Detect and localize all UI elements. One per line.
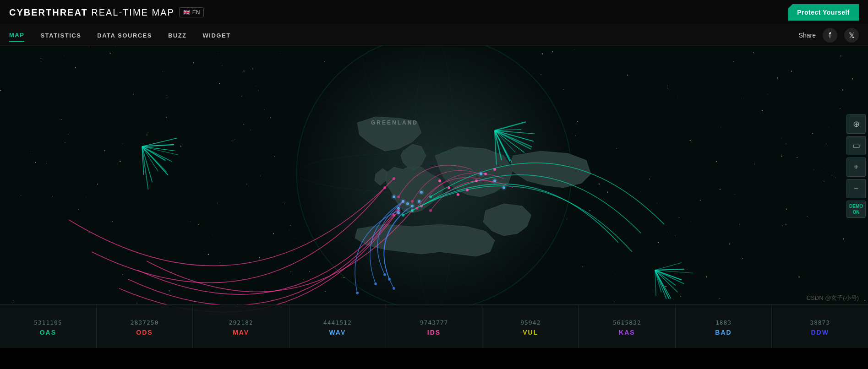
- share-label: Share: [799, 32, 816, 39]
- logo-cyber: CYBERTHREAT: [9, 7, 88, 17]
- ids-label: IDS: [427, 329, 441, 336]
- nav-statistics[interactable]: STATISTICS: [40, 30, 81, 41]
- twitter-button[interactable]: 𝕏: [844, 28, 859, 43]
- oas-number: 5311105: [34, 319, 62, 326]
- nav-buzz[interactable]: BUZZ: [168, 30, 187, 41]
- protect-yourself-button[interactable]: Protect Yourself: [788, 4, 859, 21]
- facebook-button[interactable]: f: [823, 28, 837, 43]
- flag-icon: 🇬🇧: [183, 9, 190, 16]
- ddw-label: DDW: [811, 329, 829, 336]
- mav-label: MAV: [233, 329, 249, 336]
- flat-view-button[interactable]: ▭: [846, 136, 866, 155]
- language-selector[interactable]: 🇬🇧 EN: [179, 7, 204, 17]
- stat-ids: 9743777 IDS: [386, 305, 483, 348]
- nav-map[interactable]: MAP: [9, 29, 24, 42]
- right-controls: ⊕ ▭ + − DEMOON: [846, 114, 866, 218]
- bad-number: 1883: [715, 319, 732, 326]
- language-label: EN: [192, 9, 200, 16]
- twitter-icon: 𝕏: [849, 31, 855, 40]
- header-left: CYBERTHREAT REAL-TIME MAP 🇬🇧 EN: [9, 7, 204, 18]
- zoom-out-button[interactable]: −: [846, 179, 866, 198]
- ods-label: ODS: [136, 329, 153, 336]
- ids-number: 9743777: [420, 319, 448, 326]
- vul-label: VUL: [523, 329, 538, 336]
- stat-kas: 5615832 KAS: [579, 305, 676, 348]
- ddw-number: 38873: [810, 319, 830, 326]
- ods-number: 2837250: [131, 319, 159, 326]
- stat-oas: 5311105 OAS: [0, 305, 97, 348]
- facebook-icon: f: [829, 31, 831, 39]
- watermark: CSDN @玄子(小号): [807, 294, 859, 302]
- kas-number: 5615832: [613, 319, 641, 326]
- stat-wav: 4441512 WAV: [289, 305, 386, 348]
- map-canvas: [0, 46, 868, 348]
- oas-label: OAS: [40, 329, 56, 336]
- zoom-in-button[interactable]: +: [846, 157, 866, 177]
- demo-toggle-button[interactable]: DEMOON: [846, 201, 866, 218]
- stat-vul: 95942 VUL: [482, 305, 579, 348]
- nav-right: Share f 𝕏: [799, 28, 859, 43]
- flat-map-icon: ▭: [852, 141, 860, 151]
- stats-bar: 5311105 OAS 2837250 ODS 292182 MAV 44415…: [0, 304, 868, 348]
- demo-label: DEMOON: [849, 203, 863, 215]
- kas-label: KAS: [619, 329, 635, 336]
- zoom-out-icon: −: [854, 184, 859, 194]
- stat-ods: 2837250 ODS: [97, 305, 193, 348]
- stat-mav: 292182 MAV: [193, 305, 289, 348]
- wav-label: WAV: [329, 329, 346, 336]
- zoom-in-icon: +: [854, 163, 859, 172]
- header: CYBERTHREAT REAL-TIME MAP 🇬🇧 EN Protect …: [0, 0, 868, 25]
- nav-left: MAP STATISTICS DATA SOURCES BUZZ WIDGET: [9, 29, 231, 42]
- stat-bad: 1883 BAD: [676, 305, 772, 348]
- logo: CYBERTHREAT REAL-TIME MAP: [9, 7, 175, 18]
- stat-ddw: 38873 DDW: [772, 305, 868, 348]
- vul-number: 95942: [520, 319, 540, 326]
- mav-number: 292182: [229, 319, 253, 326]
- nav-bar: MAP STATISTICS DATA SOURCES BUZZ WIDGET …: [0, 25, 868, 46]
- globe-view-button[interactable]: ⊕: [846, 114, 866, 134]
- nav-data-sources[interactable]: DATA SOURCES: [97, 30, 152, 41]
- wav-number: 4441512: [323, 319, 352, 326]
- logo-realtime: REAL-TIME MAP: [88, 7, 175, 17]
- nav-widget[interactable]: WIDGET: [203, 30, 231, 41]
- bad-label: BAD: [715, 329, 732, 336]
- globe-icon: ⊕: [853, 119, 860, 129]
- map-container[interactable]: ⊕ ▭ + − DEMOON 5311105 OAS 2837250 ODS 2…: [0, 46, 868, 348]
